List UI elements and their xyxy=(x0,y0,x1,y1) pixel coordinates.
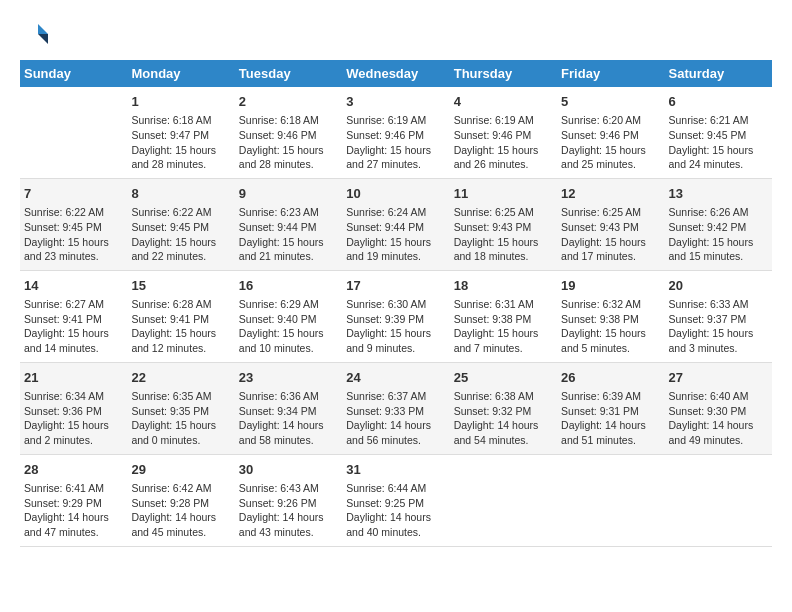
day-info: Sunrise: 6:26 AM Sunset: 9:42 PM Dayligh… xyxy=(669,205,768,264)
day-number: 22 xyxy=(131,369,230,387)
day-info: Sunrise: 6:22 AM Sunset: 9:45 PM Dayligh… xyxy=(131,205,230,264)
calendar-cell: 27Sunrise: 6:40 AM Sunset: 9:30 PM Dayli… xyxy=(665,362,772,454)
calendar-cell: 31Sunrise: 6:44 AM Sunset: 9:25 PM Dayli… xyxy=(342,454,449,546)
day-number: 21 xyxy=(24,369,123,387)
svg-marker-0 xyxy=(38,24,48,34)
day-info: Sunrise: 6:28 AM Sunset: 9:41 PM Dayligh… xyxy=(131,297,230,356)
day-header-monday: Monday xyxy=(127,60,234,87)
calendar-cell: 26Sunrise: 6:39 AM Sunset: 9:31 PM Dayli… xyxy=(557,362,664,454)
day-info: Sunrise: 6:29 AM Sunset: 9:40 PM Dayligh… xyxy=(239,297,338,356)
day-number: 2 xyxy=(239,93,338,111)
calendar-cell xyxy=(557,454,664,546)
calendar-cell: 9Sunrise: 6:23 AM Sunset: 9:44 PM Daylig… xyxy=(235,178,342,270)
day-number: 25 xyxy=(454,369,553,387)
day-number: 13 xyxy=(669,185,768,203)
calendar-cell xyxy=(665,454,772,546)
day-number: 15 xyxy=(131,277,230,295)
day-header-friday: Friday xyxy=(557,60,664,87)
day-info: Sunrise: 6:32 AM Sunset: 9:38 PM Dayligh… xyxy=(561,297,660,356)
day-header-tuesday: Tuesday xyxy=(235,60,342,87)
day-number: 24 xyxy=(346,369,445,387)
logo xyxy=(20,20,54,50)
calendar-cell: 16Sunrise: 6:29 AM Sunset: 9:40 PM Dayli… xyxy=(235,270,342,362)
calendar-cell: 20Sunrise: 6:33 AM Sunset: 9:37 PM Dayli… xyxy=(665,270,772,362)
calendar-cell: 15Sunrise: 6:28 AM Sunset: 9:41 PM Dayli… xyxy=(127,270,234,362)
day-info: Sunrise: 6:33 AM Sunset: 9:37 PM Dayligh… xyxy=(669,297,768,356)
calendar-cell: 21Sunrise: 6:34 AM Sunset: 9:36 PM Dayli… xyxy=(20,362,127,454)
day-number: 16 xyxy=(239,277,338,295)
calendar-cell: 12Sunrise: 6:25 AM Sunset: 9:43 PM Dayli… xyxy=(557,178,664,270)
day-header-thursday: Thursday xyxy=(450,60,557,87)
calendar-cell: 3Sunrise: 6:19 AM Sunset: 9:46 PM Daylig… xyxy=(342,87,449,178)
day-info: Sunrise: 6:19 AM Sunset: 9:46 PM Dayligh… xyxy=(454,113,553,172)
calendar-cell: 13Sunrise: 6:26 AM Sunset: 9:42 PM Dayli… xyxy=(665,178,772,270)
day-number: 8 xyxy=(131,185,230,203)
calendar-cell: 10Sunrise: 6:24 AM Sunset: 9:44 PM Dayli… xyxy=(342,178,449,270)
day-info: Sunrise: 6:37 AM Sunset: 9:33 PM Dayligh… xyxy=(346,389,445,448)
week-row-5: 28Sunrise: 6:41 AM Sunset: 9:29 PM Dayli… xyxy=(20,454,772,546)
calendar-cell: 19Sunrise: 6:32 AM Sunset: 9:38 PM Dayli… xyxy=(557,270,664,362)
day-number: 6 xyxy=(669,93,768,111)
day-info: Sunrise: 6:25 AM Sunset: 9:43 PM Dayligh… xyxy=(561,205,660,264)
calendar-cell: 1Sunrise: 6:18 AM Sunset: 9:47 PM Daylig… xyxy=(127,87,234,178)
day-info: Sunrise: 6:39 AM Sunset: 9:31 PM Dayligh… xyxy=(561,389,660,448)
day-info: Sunrise: 6:44 AM Sunset: 9:25 PM Dayligh… xyxy=(346,481,445,540)
day-number: 23 xyxy=(239,369,338,387)
day-number: 30 xyxy=(239,461,338,479)
calendar-cell: 25Sunrise: 6:38 AM Sunset: 9:32 PM Dayli… xyxy=(450,362,557,454)
day-header-sunday: Sunday xyxy=(20,60,127,87)
day-info: Sunrise: 6:30 AM Sunset: 9:39 PM Dayligh… xyxy=(346,297,445,356)
day-number: 1 xyxy=(131,93,230,111)
calendar-cell: 17Sunrise: 6:30 AM Sunset: 9:39 PM Dayli… xyxy=(342,270,449,362)
day-number: 4 xyxy=(454,93,553,111)
svg-marker-1 xyxy=(38,34,48,44)
calendar-cell: 22Sunrise: 6:35 AM Sunset: 9:35 PM Dayli… xyxy=(127,362,234,454)
day-info: Sunrise: 6:23 AM Sunset: 9:44 PM Dayligh… xyxy=(239,205,338,264)
day-info: Sunrise: 6:27 AM Sunset: 9:41 PM Dayligh… xyxy=(24,297,123,356)
calendar-cell: 24Sunrise: 6:37 AM Sunset: 9:33 PM Dayli… xyxy=(342,362,449,454)
day-number: 31 xyxy=(346,461,445,479)
calendar-cell: 11Sunrise: 6:25 AM Sunset: 9:43 PM Dayli… xyxy=(450,178,557,270)
header-row: SundayMondayTuesdayWednesdayThursdayFrid… xyxy=(20,60,772,87)
header xyxy=(20,20,772,50)
calendar-cell: 14Sunrise: 6:27 AM Sunset: 9:41 PM Dayli… xyxy=(20,270,127,362)
week-row-4: 21Sunrise: 6:34 AM Sunset: 9:36 PM Dayli… xyxy=(20,362,772,454)
calendar-cell: 4Sunrise: 6:19 AM Sunset: 9:46 PM Daylig… xyxy=(450,87,557,178)
calendar-cell: 30Sunrise: 6:43 AM Sunset: 9:26 PM Dayli… xyxy=(235,454,342,546)
calendar-cell: 7Sunrise: 6:22 AM Sunset: 9:45 PM Daylig… xyxy=(20,178,127,270)
day-info: Sunrise: 6:31 AM Sunset: 9:38 PM Dayligh… xyxy=(454,297,553,356)
calendar-cell: 2Sunrise: 6:18 AM Sunset: 9:46 PM Daylig… xyxy=(235,87,342,178)
calendar-cell: 6Sunrise: 6:21 AM Sunset: 9:45 PM Daylig… xyxy=(665,87,772,178)
day-info: Sunrise: 6:43 AM Sunset: 9:26 PM Dayligh… xyxy=(239,481,338,540)
day-info: Sunrise: 6:18 AM Sunset: 9:46 PM Dayligh… xyxy=(239,113,338,172)
day-number: 14 xyxy=(24,277,123,295)
calendar-cell: 29Sunrise: 6:42 AM Sunset: 9:28 PM Dayli… xyxy=(127,454,234,546)
day-info: Sunrise: 6:25 AM Sunset: 9:43 PM Dayligh… xyxy=(454,205,553,264)
day-info: Sunrise: 6:41 AM Sunset: 9:29 PM Dayligh… xyxy=(24,481,123,540)
day-number: 17 xyxy=(346,277,445,295)
calendar-table: SundayMondayTuesdayWednesdayThursdayFrid… xyxy=(20,60,772,547)
week-row-2: 7Sunrise: 6:22 AM Sunset: 9:45 PM Daylig… xyxy=(20,178,772,270)
day-number: 7 xyxy=(24,185,123,203)
day-info: Sunrise: 6:40 AM Sunset: 9:30 PM Dayligh… xyxy=(669,389,768,448)
day-info: Sunrise: 6:19 AM Sunset: 9:46 PM Dayligh… xyxy=(346,113,445,172)
calendar-cell xyxy=(20,87,127,178)
day-header-wednesday: Wednesday xyxy=(342,60,449,87)
day-number: 3 xyxy=(346,93,445,111)
day-info: Sunrise: 6:36 AM Sunset: 9:34 PM Dayligh… xyxy=(239,389,338,448)
calendar-cell: 28Sunrise: 6:41 AM Sunset: 9:29 PM Dayli… xyxy=(20,454,127,546)
day-number: 9 xyxy=(239,185,338,203)
day-info: Sunrise: 6:35 AM Sunset: 9:35 PM Dayligh… xyxy=(131,389,230,448)
day-number: 10 xyxy=(346,185,445,203)
calendar-cell: 5Sunrise: 6:20 AM Sunset: 9:46 PM Daylig… xyxy=(557,87,664,178)
day-number: 5 xyxy=(561,93,660,111)
day-info: Sunrise: 6:42 AM Sunset: 9:28 PM Dayligh… xyxy=(131,481,230,540)
logo-icon xyxy=(20,20,50,50)
day-header-saturday: Saturday xyxy=(665,60,772,87)
day-info: Sunrise: 6:38 AM Sunset: 9:32 PM Dayligh… xyxy=(454,389,553,448)
week-row-3: 14Sunrise: 6:27 AM Sunset: 9:41 PM Dayli… xyxy=(20,270,772,362)
day-number: 29 xyxy=(131,461,230,479)
day-info: Sunrise: 6:21 AM Sunset: 9:45 PM Dayligh… xyxy=(669,113,768,172)
calendar-cell: 23Sunrise: 6:36 AM Sunset: 9:34 PM Dayli… xyxy=(235,362,342,454)
day-info: Sunrise: 6:34 AM Sunset: 9:36 PM Dayligh… xyxy=(24,389,123,448)
